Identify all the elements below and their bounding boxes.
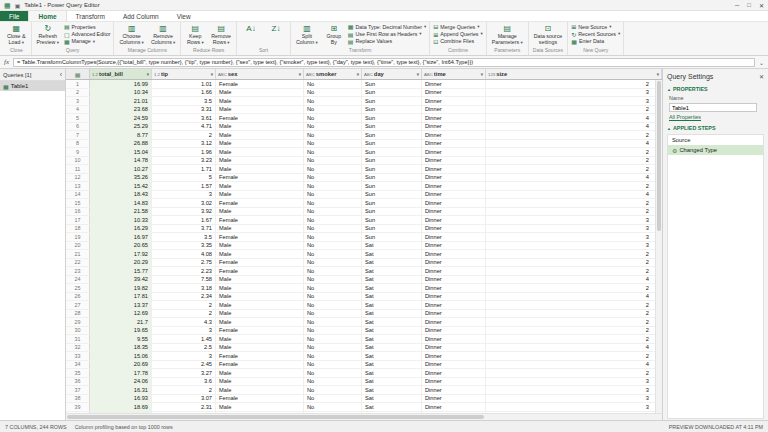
cell[interactable]: 3 [486,233,662,241]
row-number[interactable]: 19 [66,233,90,241]
row-number[interactable]: 34 [66,361,90,369]
row-number[interactable]: 10 [66,157,90,165]
cell[interactable]: 2 [486,352,662,360]
cell[interactable]: Male [216,386,304,394]
cell[interactable]: Male [216,403,304,411]
cell[interactable]: Dinner [422,80,486,88]
cell[interactable]: No [304,148,362,156]
cell[interactable]: Dinner [422,106,486,114]
cell[interactable]: 2.34 [152,293,216,301]
cell[interactable]: 20.29 [90,259,152,267]
cell[interactable]: 2 [152,386,216,394]
cell[interactable]: Dinner [422,386,486,394]
cell[interactable]: 3.6 [152,378,216,386]
filter-dropdown-icon[interactable]: ▾ [211,72,213,77]
cell[interactable]: No [304,250,362,258]
tab-transform[interactable]: Transform [67,11,114,21]
cell[interactable]: Dinner [422,318,486,326]
cell[interactable]: 2 [486,301,662,309]
row-number[interactable]: 15 [66,199,90,207]
row-number[interactable]: 36 [66,378,90,386]
row-number[interactable]: 26 [66,293,90,301]
cell[interactable]: No [304,327,362,335]
button-remove-rows[interactable]: ▤RemoveRows ▾ [209,23,233,46]
cell[interactable]: Male [216,242,304,250]
row-number[interactable]: 30 [66,327,90,335]
cell[interactable]: 3 [486,225,662,233]
column-header-day[interactable]: ABCday▾ [362,69,422,79]
row-number[interactable]: 25 [66,284,90,292]
cell[interactable]: Sat [362,369,422,377]
cell[interactable]: 1.67 [152,216,216,224]
cell[interactable]: Sat [362,267,422,275]
cell[interactable]: No [304,395,362,403]
cell[interactable]: No [304,131,362,139]
collapse-pane-icon[interactable]: ‹ [60,71,62,78]
cell[interactable]: Sun [362,233,422,241]
cell[interactable]: Female [216,233,304,241]
cell[interactable]: 4 [486,276,662,284]
cell[interactable]: Dinner [422,242,486,250]
button-merge-queries[interactable]: ⊟Merge Queries▾ [433,24,483,30]
row-number[interactable]: 33 [66,352,90,360]
cell[interactable]: No [304,97,362,105]
row-number[interactable]: 18 [66,225,90,233]
cell[interactable]: 3 [486,378,662,386]
cell[interactable]: 3 [486,242,662,250]
cell[interactable]: 4 [486,174,662,182]
cell[interactable]: 13.37 [90,301,152,309]
cell[interactable]: 2 [486,250,662,258]
cell[interactable]: 3.71 [152,225,216,233]
cell[interactable]: 15.77 [90,267,152,275]
button-split-column[interactable]: ▥SplitColumn ▾ [294,23,320,46]
cell[interactable]: 2 [152,131,216,139]
cell[interactable]: No [304,276,362,284]
cell[interactable]: 3 [486,395,662,403]
cell[interactable]: 26.88 [90,140,152,148]
cell[interactable]: 3 [486,97,662,105]
button-data-source-settings[interactable]: ⊡Data sourcesettings [532,23,565,46]
cell[interactable]: 3 [486,403,662,411]
cell[interactable]: No [304,386,362,394]
cell[interactable]: 2 [152,301,216,309]
cell[interactable]: Male [216,284,304,292]
cell[interactable]: Sun [362,114,422,122]
row-number[interactable]: 29 [66,318,90,326]
formula-input[interactable] [13,58,755,67]
cell[interactable]: 4 [486,191,662,199]
cell[interactable]: No [304,267,362,275]
cell[interactable]: 8.77 [90,131,152,139]
cell[interactable]: Male [216,123,304,131]
row-number[interactable]: 32 [66,344,90,352]
cell[interactable]: Male [216,318,304,326]
cell[interactable]: 18.43 [90,191,152,199]
row-number[interactable]: 23 [66,267,90,275]
cell[interactable]: Female [216,267,304,275]
cell[interactable]: No [304,216,362,224]
cell[interactable]: 2 [486,106,662,114]
button-properties[interactable]: ▤Properties [64,24,111,30]
column-header-smoker[interactable]: ABCsmoker▾ [304,69,362,79]
row-number[interactable]: 5 [66,114,90,122]
cell[interactable]: Dinner [422,293,486,301]
row-number[interactable]: 4 [66,106,90,114]
cell[interactable]: Dinner [422,344,486,352]
cell[interactable]: 3 [486,216,662,224]
cell[interactable]: Dinner [422,216,486,224]
cell[interactable]: 3.02 [152,199,216,207]
cell[interactable]: 2.5 [152,344,216,352]
cell[interactable]: 19.82 [90,284,152,292]
cell[interactable]: Sat [362,284,422,292]
cell[interactable]: 2 [486,131,662,139]
cell[interactable]: 4.08 [152,250,216,258]
cell[interactable]: 4 [486,344,662,352]
cell[interactable]: Dinner [422,259,486,267]
filter-dropdown-icon[interactable]: ▾ [299,72,301,77]
row-number[interactable]: 21 [66,250,90,258]
button-refresh-preview[interactable]: ↻RefreshPreview ▾ [35,23,61,46]
cell[interactable]: 21.01 [90,97,152,105]
cell[interactable]: 3.23 [152,157,216,165]
cell[interactable]: 3 [152,327,216,335]
cell[interactable]: Dinner [422,182,486,190]
button-recent-sources[interactable]: ↻Recent Sources▾ [571,32,620,38]
